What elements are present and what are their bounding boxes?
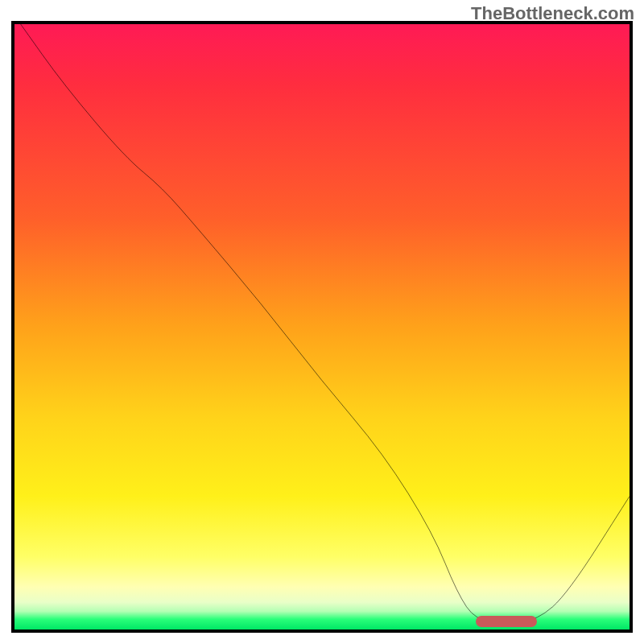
watermark-text: TheBottleneck.com <box>471 3 634 24</box>
plot-area <box>14 24 630 630</box>
plot-frame <box>11 21 633 633</box>
bottleneck-curve <box>14 24 630 630</box>
chart-container: TheBottleneck.com <box>0 0 644 644</box>
curve-path <box>21 24 630 621</box>
optimal-zone-marker <box>476 616 537 627</box>
